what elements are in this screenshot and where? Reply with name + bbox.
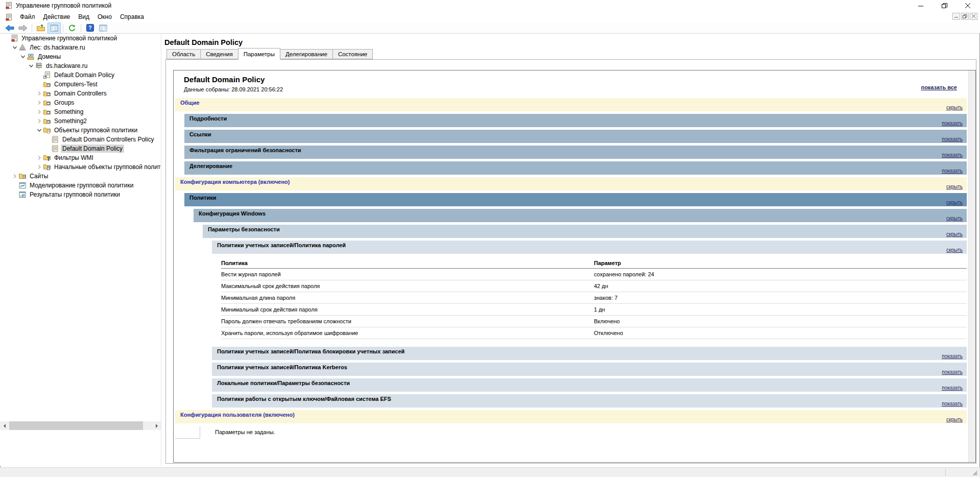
- tab-1[interactable]: Сведения: [200, 49, 238, 59]
- toolbar-separator: [63, 24, 63, 32]
- hide-link[interactable]: скрыть: [946, 231, 963, 237]
- resize-grip[interactable]: ◢: [972, 469, 979, 476]
- section-label: Политики учетных записей/Политика блокир…: [217, 348, 404, 354]
- show-link[interactable]: показать: [942, 136, 963, 142]
- tree-item[interactable]: Домены: [0, 52, 161, 61]
- section-label: Конфигурация компьютера (включено): [180, 179, 290, 185]
- show-link[interactable]: показать: [942, 353, 963, 359]
- scroll-right-button[interactable]: [152, 421, 161, 430]
- scroll-left-button[interactable]: [0, 421, 9, 430]
- tree-item[interactable]: Default Domain Policy: [0, 70, 161, 80]
- section-label: Политики учетных записей/Политика Kerber…: [217, 364, 347, 370]
- ou-folder-icon: [43, 108, 51, 116]
- report-section-band: Политики учетных записей/Политика блокир…: [212, 347, 967, 360]
- tree-horizontal-scrollbar[interactable]: [0, 421, 161, 430]
- report-vertical-scrollbar[interactable]: [968, 70, 975, 462]
- chevron-collapsed-icon[interactable]: [36, 90, 43, 97]
- close-button[interactable]: [956, 0, 979, 11]
- chevron-collapsed-icon[interactable]: [11, 173, 18, 180]
- scroll-right-icon: [156, 424, 158, 428]
- report-title: Default Domain Policy: [184, 75, 968, 84]
- show-link[interactable]: показать: [942, 385, 963, 391]
- hide-link[interactable]: скрыть: [946, 200, 963, 205]
- menu-item-1[interactable]: Действие: [39, 12, 75, 21]
- tree-item-label: ds.hackware.ru: [44, 62, 89, 70]
- tree-item[interactable]: Объекты групповой политики: [0, 126, 161, 135]
- back-button[interactable]: [3, 22, 16, 34]
- tree-item[interactable]: Сайты: [0, 172, 161, 181]
- up-one-level-button[interactable]: [34, 22, 47, 34]
- show-link[interactable]: показать: [942, 152, 963, 158]
- chevron-collapsed-icon[interactable]: [36, 154, 43, 161]
- tab-2[interactable]: Параметры: [238, 48, 280, 60]
- policy-value-cell: знаков: 7: [594, 292, 967, 304]
- minimize-button[interactable]: [909, 0, 933, 11]
- mdi-minimize-button[interactable]: [952, 13, 960, 20]
- scroll-thumb[interactable]: [9, 421, 143, 430]
- tree-item[interactable]: Фильтры WMI: [0, 153, 161, 162]
- show-link[interactable]: показать: [942, 369, 963, 375]
- chevron-collapsed-icon[interactable]: [36, 108, 43, 115]
- chevron-collapsed-icon[interactable]: [36, 163, 43, 171]
- pane-splitter[interactable]: [161, 34, 163, 466]
- help-icon: ?: [86, 24, 94, 32]
- tree-item[interactable]: Результаты групповой политики: [0, 190, 161, 199]
- restore-button[interactable]: [933, 0, 956, 11]
- menu-item-3[interactable]: Окно: [93, 12, 116, 21]
- tab-4[interactable]: Состояние: [332, 49, 373, 59]
- report-section-band: Конфигурация Windowsскрыть: [194, 209, 967, 222]
- tree-item[interactable]: Computers-Test: [0, 80, 161, 89]
- tab-3[interactable]: Делегирование: [280, 49, 333, 59]
- chevron-expanded-icon[interactable]: [36, 127, 43, 134]
- help-button[interactable]: ?: [83, 22, 97, 34]
- mdi-close-button[interactable]: [970, 13, 977, 20]
- menu-item-4[interactable]: Справка: [116, 12, 148, 21]
- chevron-collapsed-icon[interactable]: [36, 99, 43, 106]
- tree-item[interactable]: Domain Controllers: [0, 89, 161, 98]
- policy-name-cell: Пароль должен отвечать требованиям сложн…: [221, 316, 594, 327]
- tree-item[interactable]: Лес: ds.hackware.ru: [0, 43, 161, 52]
- menu-item-0[interactable]: Файл: [16, 12, 39, 21]
- section-label: Политики работы с открытым ключом/Файлов…: [217, 396, 391, 402]
- tree-item[interactable]: Default Domain Controllers Policy: [0, 135, 161, 144]
- menu-item-2[interactable]: Вид: [74, 12, 93, 21]
- chevron-none: [11, 191, 18, 198]
- tree-item-label: Управление групповой политикой: [20, 34, 118, 42]
- tree-item[interactable]: Groups: [0, 98, 161, 107]
- tree-item[interactable]: Something2: [0, 116, 161, 126]
- tree-item-label: Default Domain Policy: [61, 145, 124, 153]
- chevron-none: [36, 81, 43, 88]
- policy-value-cell: 42 дн: [594, 280, 967, 292]
- show-link[interactable]: показать: [942, 121, 963, 126]
- ou-folder-icon: [43, 89, 51, 98]
- hide-link[interactable]: скрыть: [946, 105, 963, 110]
- chevron-expanded-icon[interactable]: [19, 53, 27, 60]
- section-label: Конфигурация Windows: [199, 210, 266, 217]
- hide-link[interactable]: скрыть: [946, 184, 963, 189]
- mdi-restore-button[interactable]: [961, 13, 969, 20]
- tab-0[interactable]: Область: [166, 49, 201, 59]
- show-all-link[interactable]: показать все: [921, 84, 958, 90]
- tree-item[interactable]: ds.hackware.ru: [0, 61, 161, 70]
- tree-item-label: Результаты групповой политики: [28, 190, 122, 199]
- hide-link[interactable]: скрыть: [946, 216, 963, 221]
- console-tree-toggle-button[interactable]: [47, 22, 61, 34]
- tree-item[interactable]: Управление групповой политикой: [0, 34, 161, 43]
- show-link[interactable]: показать: [942, 168, 963, 174]
- chevron-expanded-icon[interactable]: [28, 62, 35, 69]
- show-link[interactable]: показать: [942, 401, 963, 407]
- hide-link[interactable]: скрыть: [946, 247, 963, 253]
- action-pane-toggle-button[interactable]: [97, 22, 110, 34]
- tree-item[interactable]: Default Domain Policy: [0, 144, 161, 153]
- tree-item[interactable]: Моделирование групповой политики: [0, 181, 161, 190]
- folder-up-icon: [36, 24, 45, 32]
- hide-link[interactable]: скрыть: [946, 417, 963, 422]
- title-bar: Управление групповой политикой: [0, 0, 980, 11]
- chevron-collapsed-icon[interactable]: [36, 117, 43, 125]
- tree-item[interactable]: Something: [0, 107, 161, 116]
- tree-item[interactable]: Начальные объекты групповой политики: [0, 162, 161, 172]
- chevron-none: [44, 145, 51, 152]
- forward-button[interactable]: [16, 22, 30, 34]
- refresh-button[interactable]: [65, 22, 79, 34]
- chevron-expanded-icon[interactable]: [11, 44, 18, 51]
